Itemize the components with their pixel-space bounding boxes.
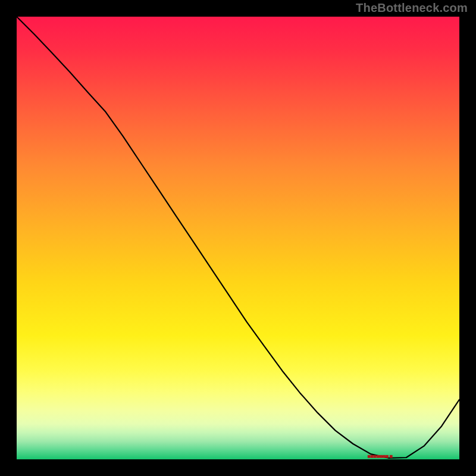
optimal-range-marker: ■■■■■■■ ■ [367, 453, 392, 459]
attribution-text: TheBottleneck.com [356, 1, 468, 15]
chart-plot-area: ■■■■■■■ ■ [17, 17, 459, 459]
series-line [17, 17, 459, 459]
